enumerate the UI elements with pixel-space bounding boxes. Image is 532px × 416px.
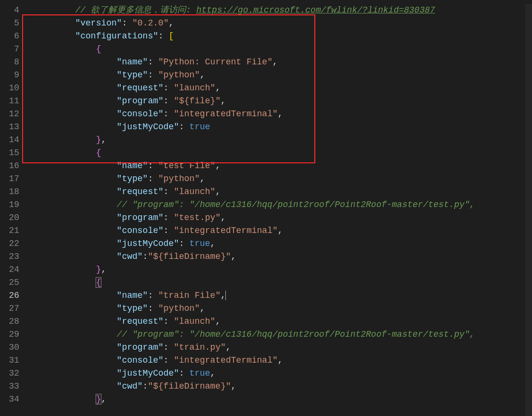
line-number: 12 [0, 108, 19, 121]
line-number: 23 [0, 250, 19, 263]
code-line[interactable]: "request": "launch", [28, 185, 532, 198]
code-line[interactable]: "type": "python", [28, 69, 532, 82]
line-number: 26 [0, 289, 19, 302]
vertical-scrollbar[interactable] [525, 4, 532, 416]
code-line[interactable]: "name": "train File", [28, 289, 532, 302]
doc-link[interactable]: https://go.microsoft.com/fwlink/?linkid=… [196, 5, 435, 15]
code-line[interactable]: "name": "test File", [28, 159, 532, 172]
line-number: 4 [0, 4, 19, 17]
line-number: 30 [0, 341, 19, 354]
line-number: 5 [0, 17, 19, 30]
line-number: 17 [0, 172, 19, 185]
code-line[interactable]: { [28, 276, 532, 289]
line-number: 18 [0, 185, 19, 198]
line-number: 34 [0, 393, 19, 406]
line-number-gutter: 4 5 6 7 8 9 10 11 12 13 14 15 16 17 18 1… [0, 4, 28, 406]
code-line[interactable]: "console": "integratedTerminal", [28, 224, 532, 237]
code-line[interactable]: "request": "launch", [28, 315, 532, 328]
line-number: 20 [0, 211, 19, 224]
code-line[interactable]: "request": "launch", [28, 82, 532, 95]
code-line[interactable]: "configurations": [ [28, 30, 532, 43]
line-number: 13 [0, 121, 19, 134]
line-number: 28 [0, 315, 19, 328]
line-number: 14 [0, 134, 19, 147]
text-cursor [225, 291, 226, 300]
code-line[interactable]: "name": "Python: Current File", [28, 56, 532, 69]
line-number: 21 [0, 224, 19, 237]
code-editor[interactable]: 4 5 6 7 8 9 10 11 12 13 14 15 16 17 18 1… [0, 4, 532, 406]
line-number: 27 [0, 302, 19, 315]
code-line[interactable]: "justMyCode": true [28, 121, 532, 134]
line-number: 25 [0, 276, 19, 289]
code-line[interactable]: "program": "${file}", [28, 95, 532, 108]
comment-text: // 欲了解更多信息，请访问: https://go.microsoft.com… [75, 5, 435, 15]
code-line[interactable]: // "program": "/home/c1316/hqq/point2roo… [28, 328, 532, 341]
line-number: 22 [0, 237, 19, 250]
code-content[interactable]: // 欲了解更多信息，请访问: https://go.microsoft.com… [28, 4, 532, 406]
code-line[interactable]: "program": "train.py", [28, 341, 532, 354]
line-number: 24 [0, 263, 19, 276]
code-line[interactable]: "cwd":"${fileDirname}", [28, 380, 532, 393]
code-line[interactable]: "justMyCode": true, [28, 237, 532, 250]
code-line[interactable]: }, [28, 263, 532, 276]
line-number: 6 [0, 30, 19, 43]
code-line[interactable]: "type": "python", [28, 302, 532, 315]
line-number: 19 [0, 198, 19, 211]
code-line[interactable]: }, [28, 134, 532, 147]
code-line[interactable]: // 欲了解更多信息，请访问: https://go.microsoft.com… [28, 4, 532, 17]
line-number: 7 [0, 43, 19, 56]
line-number: 32 [0, 367, 19, 380]
line-number: 16 [0, 159, 19, 172]
line-number: 33 [0, 380, 19, 393]
code-line[interactable]: "program": "test.py", [28, 211, 532, 224]
line-number: 10 [0, 82, 19, 95]
code-line[interactable]: { [28, 147, 532, 159]
code-line[interactable]: { [28, 43, 532, 56]
line-number: 31 [0, 354, 19, 367]
line-number: 15 [0, 147, 19, 159]
code-line[interactable]: "console": "integratedTerminal", [28, 108, 532, 121]
line-number: 9 [0, 69, 19, 82]
code-line[interactable]: }, [28, 393, 532, 406]
line-number: 8 [0, 56, 19, 69]
line-number: 11 [0, 95, 19, 108]
code-line[interactable]: "console": "integratedTerminal", [28, 354, 532, 367]
line-number: 29 [0, 328, 19, 341]
code-line[interactable]: "cwd":"${fileDirname}", [28, 250, 532, 263]
code-line[interactable]: // "program": "/home/c1316/hqq/point2roo… [28, 198, 532, 211]
code-line[interactable]: "justMyCode": true, [28, 367, 532, 380]
code-line[interactable]: "type": "python", [28, 172, 532, 185]
code-line[interactable]: "version": "0.2.0", [28, 17, 532, 30]
breadcrumb[interactable] [0, 0, 532, 4]
